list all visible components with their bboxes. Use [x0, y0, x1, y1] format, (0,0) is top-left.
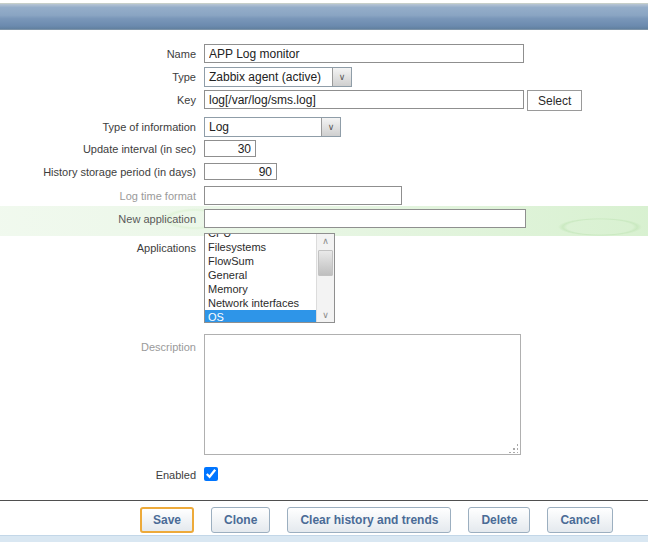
item-configuration-page: Name Type Zabbix agent (active) ∨ Key Se… — [0, 0, 648, 542]
save-button[interactable]: Save — [140, 507, 194, 533]
type-row: Type Zabbix agent (active) ∨ — [0, 67, 352, 87]
type-of-information-row: Type of information Log ∨ — [0, 117, 341, 137]
top-navigation-bar — [0, 3, 648, 30]
new-application-row: New application — [0, 209, 526, 228]
description-label: Description — [0, 341, 196, 353]
history-storage-input[interactable] — [204, 163, 277, 180]
key-input[interactable] — [204, 90, 524, 109]
applications-label-row: Applications — [0, 241, 196, 254]
log-time-format-row: Log time format — [0, 186, 402, 205]
enabled-row: Enabled — [0, 468, 196, 482]
key-label: Key — [0, 94, 196, 106]
type-of-information-select[interactable]: Log ∨ — [204, 117, 341, 137]
description-label-row: Description — [0, 340, 196, 353]
list-item[interactable]: General — [205, 268, 319, 282]
enabled-label: Enabled — [0, 469, 196, 481]
bottom-strip — [0, 535, 648, 542]
list-item[interactable]: FlowSum — [205, 254, 319, 268]
history-storage-row: History storage period (in days) — [0, 163, 277, 180]
applications-scrollbar[interactable]: ∧ ∨ — [316, 234, 334, 322]
scroll-up-icon[interactable]: ∧ — [317, 234, 334, 248]
new-application-input[interactable] — [204, 209, 526, 228]
chevron-down-icon[interactable]: ∨ — [321, 118, 340, 136]
log-time-format-label: Log time format — [0, 190, 196, 202]
applications-label: Applications — [0, 242, 196, 254]
scroll-down-icon[interactable]: ∨ — [317, 308, 334, 322]
applications-list: CPU Filesystems FlowSum General Memory N… — [205, 233, 334, 323]
footer-divider — [0, 500, 648, 501]
list-item[interactable]: Filesystems — [205, 240, 319, 254]
delete-button[interactable]: Delete — [468, 507, 530, 533]
log-time-format-input[interactable] — [204, 186, 402, 205]
footer-buttons: Save Clone Clear history and trends Dele… — [140, 507, 613, 533]
name-row: Name — [0, 44, 524, 63]
key-row: Key — [0, 90, 524, 109]
update-interval-input[interactable] — [204, 140, 256, 157]
name-label: Name — [0, 48, 196, 60]
list-item[interactable]: Network interfaces — [205, 296, 319, 310]
description-textarea[interactable] — [204, 334, 521, 455]
update-interval-label: Update interval (in sec) — [0, 143, 196, 155]
type-select[interactable]: Zabbix agent (active) ∨ — [204, 67, 352, 87]
history-storage-label: History storage period (in days) — [0, 166, 196, 178]
type-select-value: Zabbix agent (active) — [205, 68, 332, 86]
type-of-information-value: Log — [205, 118, 321, 136]
list-item[interactable]: Memory — [205, 282, 319, 296]
chevron-down-icon[interactable]: ∨ — [332, 68, 351, 86]
cancel-button[interactable]: Cancel — [547, 507, 612, 533]
applications-listbox[interactable]: CPU Filesystems FlowSum General Memory N… — [204, 233, 335, 323]
update-interval-row: Update interval (in sec) — [0, 140, 256, 157]
watermark-swirl — [540, 214, 648, 240]
scrollbar-thumb[interactable] — [318, 250, 333, 276]
enabled-checkbox[interactable] — [204, 467, 218, 481]
key-select-button[interactable]: Select — [527, 90, 582, 111]
type-of-information-label: Type of information — [0, 121, 196, 133]
new-application-label: New application — [0, 213, 196, 225]
clear-history-button[interactable]: Clear history and trends — [287, 507, 451, 533]
name-input[interactable] — [204, 44, 524, 63]
list-item[interactable]: CPU — [205, 233, 319, 240]
clone-button[interactable]: Clone — [211, 507, 270, 533]
list-item-selected[interactable]: OS — [205, 310, 319, 323]
type-label: Type — [0, 71, 196, 83]
